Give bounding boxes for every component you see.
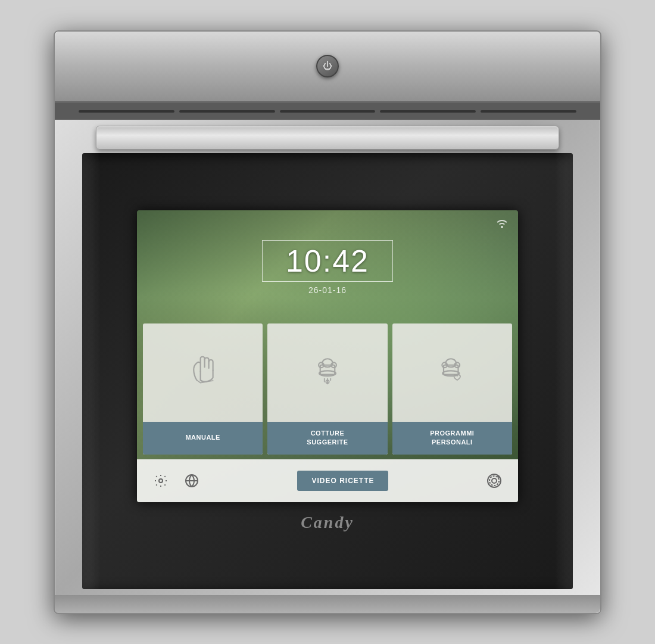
card-label-manuale: MANUALE — [143, 422, 263, 455]
card-label-cotture: COTTURESUGGERITE — [267, 422, 387, 455]
oven-body: 10:42 26-01-16 — [82, 153, 573, 589]
camera-icon — [487, 474, 501, 488]
globe-button[interactable] — [180, 469, 204, 493]
svg-point-19 — [497, 475, 500, 478]
oven-appliance: ⏻ 10:42 26-01-16 — [54, 30, 601, 614]
svg-point-0 — [319, 371, 336, 376]
svg-rect-10 — [444, 365, 458, 375]
video-ricette-button[interactable]: VIDEO RICETTE — [297, 471, 388, 491]
bottom-toolbar: VIDEO RICETTE — [137, 459, 518, 502]
time-box: 10:42 — [262, 240, 393, 282]
vent-slot — [79, 110, 174, 113]
globe-icon — [185, 474, 199, 488]
svg-point-14 — [159, 479, 163, 483]
brand-name: Candy — [301, 513, 354, 532]
chef-heart-icon — [431, 351, 473, 393]
settings-button[interactable] — [149, 469, 173, 493]
card-icon-area-manuale — [143, 323, 263, 422]
vent-slot — [481, 110, 576, 113]
toolbar-left-icons — [149, 469, 204, 493]
settings-icon — [154, 474, 168, 488]
touchscreen-display[interactable]: 10:42 26-01-16 — [137, 210, 518, 502]
cotture-label-text: COTTURESUGGERITE — [307, 429, 348, 447]
clock-time: 10:42 — [275, 245, 380, 276]
menu-card-programmi[interactable]: PROGRAMMIPERSONALI — [392, 323, 512, 455]
programmi-label-text: PROGRAMMIPERSONALI — [430, 429, 474, 447]
menu-card-cotture[interactable]: COTTURESUGGERITE — [267, 323, 387, 455]
camera-button[interactable] — [482, 469, 506, 493]
hand-icon — [182, 351, 224, 393]
card-label-programmi: PROGRAMMIPERSONALI — [392, 422, 512, 455]
wifi-icon — [495, 217, 509, 231]
menu-card-manuale[interactable]: MANUALE — [143, 323, 263, 455]
vent-slot — [380, 110, 476, 113]
time-container: 10:42 26-01-16 — [262, 240, 393, 295]
vent-slot — [179, 110, 275, 113]
menu-cards-container: MANUALE — [143, 323, 512, 455]
card-icon-area-cotture — [267, 323, 387, 422]
power-icon: ⏻ — [323, 61, 332, 71]
door-handle[interactable] — [96, 126, 560, 150]
svg-point-16 — [492, 478, 497, 483]
svg-rect-1 — [320, 365, 335, 375]
oven-top-bar: ⏻ — [55, 32, 600, 103]
clock-date: 26-01-16 — [262, 285, 393, 295]
vent-area — [55, 103, 600, 120]
card-icon-area-programmi — [392, 323, 512, 422]
video-button-label: VIDEO RICETTE — [311, 477, 374, 485]
vent-slot — [280, 110, 376, 113]
power-button[interactable]: ⏻ — [316, 55, 339, 77]
chef-settings-icon — [307, 351, 348, 393]
oven-bottom — [55, 595, 600, 613]
